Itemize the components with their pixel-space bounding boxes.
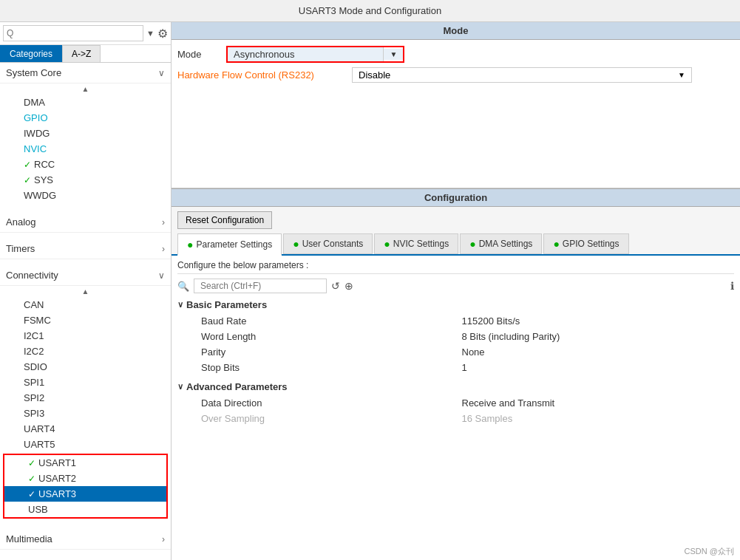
tab-parameter-settings[interactable]: ● Parameter Settings	[177, 233, 282, 256]
sidebar-item-gpio[interactable]: GPIO	[0, 110, 171, 126]
config-panel: Configuration Reset Configuration ● Para…	[172, 188, 740, 560]
top-bar: USART3 Mode and Configuration	[0, 0, 740, 22]
sidebar-item-fsmc[interactable]: FSMC	[0, 313, 171, 328]
item-label-dma: DMA	[24, 97, 45, 108]
search-dropdown-arrow[interactable]: ▼	[146, 29, 155, 38]
section-label-system-core: System Core	[6, 67, 61, 78]
section-header-analog[interactable]: Analog ›	[0, 212, 171, 233]
tab-dma-settings[interactable]: ● DMA Settings	[460, 233, 542, 254]
sidebar-item-usart1[interactable]: ✓USART1	[4, 455, 166, 471]
config-header: Configuration	[172, 188, 740, 207]
check-icon-usart3: ✓	[28, 489, 35, 499]
config-toolbar: Reset Configuration	[172, 207, 740, 233]
config-tabs: ● Parameter Settings ● User Constants ● …	[172, 233, 740, 256]
param-value-over-sampling: 16 Samples	[456, 411, 735, 426]
tab-categories[interactable]: Categories	[0, 45, 62, 62]
sidebar-item-uart4[interactable]: UART4	[0, 421, 171, 437]
sidebar-item-dma[interactable]: DMA	[0, 95, 171, 110]
section-label-multimedia: Multimedia	[6, 533, 52, 544]
section-label-connectivity: Connectivity	[6, 270, 58, 281]
param-name-baud-rate: Baud Rate	[177, 313, 456, 329]
table-row: Over Sampling 16 Samples	[177, 411, 734, 426]
param-name-data-direction: Data Direction	[177, 395, 456, 411]
sidebar-item-rcc[interactable]: ✓RCC	[0, 157, 171, 172]
item-label-spi2: SPI2	[24, 392, 44, 403]
item-label-nvic: NVIC	[24, 143, 47, 154]
dot-icon-param: ●	[187, 239, 193, 250]
section-header-system-core[interactable]: System Core ∨	[0, 63, 171, 83]
item-label-usb: USB	[28, 504, 48, 515]
item-label-uart5: UART5	[24, 439, 55, 450]
sidebar-item-wwdg[interactable]: WWDG	[0, 188, 171, 203]
sidebar-item-i2c2[interactable]: I2C2	[0, 344, 171, 359]
tab-gpio-settings[interactable]: ● GPIO Settings	[543, 233, 628, 254]
chevron-down-icon: ∨	[158, 68, 165, 78]
mode-row: Mode Asynchronous ▼	[177, 46, 734, 63]
item-label-i2c1: I2C1	[24, 330, 44, 341]
mode-label: Mode	[177, 49, 222, 60]
tab-nvic-settings[interactable]: ● NVIC Settings	[374, 233, 458, 254]
search-bar: 🔍 ↺ ⊕ ℹ	[177, 279, 734, 293]
sidebar-item-i2c1[interactable]: I2C1	[0, 328, 171, 344]
item-label-gpio: GPIO	[24, 112, 48, 123]
tab-user-constants[interactable]: ● User Constants	[283, 233, 373, 254]
sidebar-item-sys[interactable]: ✓SYS	[0, 172, 171, 188]
advanced-params-header[interactable]: ∨ Advanced Parameters	[177, 381, 734, 392]
chevron-down-icon-2: ∨	[158, 270, 165, 281]
hfc-select[interactable]: Disable ▼	[352, 67, 692, 83]
param-value-stop-bits: 1	[456, 360, 735, 375]
section-header-timers[interactable]: Timers ›	[0, 239, 171, 259]
advanced-params-label: Advanced Parameters	[186, 381, 288, 392]
refresh-icon[interactable]: ↺	[331, 280, 340, 292]
sidebar-item-spi1[interactable]: SPI1	[0, 375, 171, 390]
info-icon[interactable]: ℹ	[730, 280, 734, 292]
chevron-down-basic: ∨	[177, 300, 183, 310]
check-icon-rcc: ✓	[24, 160, 31, 170]
param-value-data-direction: Receive and Transmit	[456, 395, 735, 411]
mode-panel-body: Mode Asynchronous ▼ Hardware Flow Contro…	[172, 40, 740, 188]
item-label-iwdg: IWDG	[24, 128, 50, 139]
reset-configuration-button[interactable]: Reset Configuration	[177, 211, 272, 229]
mode-select-wrapper[interactable]: Asynchronous ▼	[226, 46, 404, 63]
sidebar-content: System Core ∨ ▲ DMA GPIO IWDG NVIC ✓RCC …	[0, 63, 171, 560]
advanced-params-table: Data Direction Receive and Transmit Over…	[177, 395, 734, 426]
table-row: Data Direction Receive and Transmit	[177, 395, 734, 411]
config-body: Configure the below parameters : 🔍 ↺ ⊕ ℹ…	[172, 256, 740, 560]
basic-params-header[interactable]: ∨ Basic Parameters	[177, 299, 734, 310]
param-search-input[interactable]	[194, 279, 327, 293]
sidebar-item-iwdg[interactable]: IWDG	[0, 126, 171, 141]
gear-icon[interactable]: ⚙	[157, 27, 168, 41]
tab-a-z[interactable]: A->Z	[62, 45, 101, 62]
sidebar-item-usart3[interactable]: ✓USART3	[4, 486, 166, 502]
expand-icon[interactable]: ⊕	[344, 280, 353, 292]
item-label-wwdg: WWDG	[24, 190, 56, 201]
sidebar-tabs: Categories A->Z	[0, 45, 171, 63]
section-header-multimedia[interactable]: Multimedia ›	[0, 529, 171, 550]
sidebar-item-can[interactable]: CAN	[0, 297, 171, 313]
section-header-connectivity[interactable]: Connectivity ∨	[0, 265, 171, 286]
sidebar-item-usb[interactable]: USB	[4, 502, 166, 517]
sidebar-item-spi2[interactable]: SPI2	[0, 390, 171, 406]
scroll-up-btn[interactable]: ▲	[0, 83, 171, 95]
section-label-timers: Timers	[6, 243, 35, 254]
table-row: Parity None	[177, 344, 734, 360]
sidebar-item-sdio[interactable]: SDIO	[0, 359, 171, 375]
chevron-right-icon-3: ›	[162, 534, 165, 544]
sidebar-item-uart5[interactable]: UART5	[0, 437, 171, 452]
hfc-dropdown-arrow[interactable]: ▼	[672, 69, 691, 81]
sidebar-item-spi3[interactable]: SPI3	[0, 406, 171, 421]
sidebar-item-usart2[interactable]: ✓USART2	[4, 471, 166, 486]
hfc-label: Hardware Flow Control (RS232)	[177, 69, 347, 81]
param-name-stop-bits: Stop Bits	[177, 360, 456, 375]
item-label-can: CAN	[24, 299, 44, 310]
mode-dropdown-arrow[interactable]: ▼	[384, 49, 403, 60]
sidebar-item-nvic[interactable]: NVIC	[0, 141, 171, 157]
scroll-up-btn-conn[interactable]: ▲	[0, 286, 171, 297]
search-icon: 🔍	[177, 281, 189, 292]
config-info-bar: Configure the below parameters :	[177, 260, 734, 274]
item-label-usart1: USART1	[38, 457, 76, 468]
search-input[interactable]	[3, 25, 143, 41]
chevron-right-icon-2: ›	[162, 244, 165, 254]
page-title: USART3 Mode and Configuration	[248, 5, 491, 16]
hfc-value: Disable	[353, 68, 672, 82]
